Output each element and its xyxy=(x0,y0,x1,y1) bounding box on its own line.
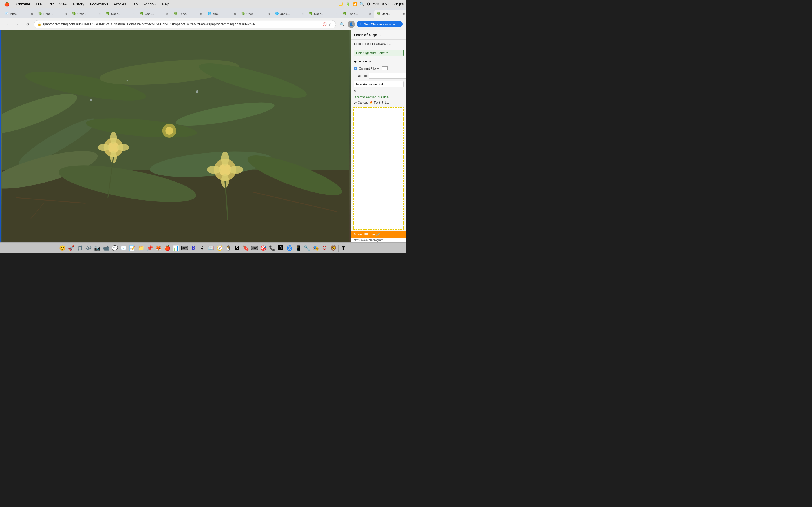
dock-messages[interactable]: 💬 xyxy=(110,244,119,252)
tab-8-favicon: 🌿 xyxy=(241,12,245,16)
content-flip-checkbox[interactable]: ✓ xyxy=(354,67,357,70)
tab-3[interactable]: 🌿 User... ✕ xyxy=(70,10,104,18)
dock-app4[interactable]: B xyxy=(189,244,198,252)
sig-icon-3[interactable]: 〜 xyxy=(363,59,367,64)
menu-file[interactable]: File xyxy=(34,1,43,7)
menu-history[interactable]: History xyxy=(71,1,86,7)
menu-profiles[interactable]: Profiles xyxy=(112,1,128,7)
svg-point-21 xyxy=(221,152,229,165)
sig-icon-2[interactable]: 〰 xyxy=(358,59,362,64)
dock-app9[interactable]: 🔧 xyxy=(303,244,311,252)
search-menu-icon[interactable]: 🔍 xyxy=(359,2,364,6)
dock-app10[interactable]: 🎭 xyxy=(312,244,320,252)
sig-icon-4[interactable]: ✧ xyxy=(368,59,371,64)
tab-7-close[interactable]: ✕ xyxy=(233,12,237,16)
profile-avatar[interactable]: 👤 xyxy=(348,20,355,28)
tab-9-close[interactable]: ✕ xyxy=(301,12,305,16)
menu-tab[interactable]: Tab xyxy=(130,1,139,7)
dock-itunes[interactable]: 🎶 xyxy=(84,244,93,252)
reload-button[interactable]: ↻ xyxy=(24,20,32,28)
flip-control[interactable] xyxy=(382,66,388,70)
dock-brave[interactable]: 🦁 xyxy=(329,244,338,252)
dock-linux[interactable]: 🐧 xyxy=(224,244,233,252)
canvas-area[interactable] xyxy=(353,107,404,230)
dock-firefox[interactable]: 🦊 xyxy=(154,244,163,252)
menu-edit[interactable]: Edit xyxy=(46,1,55,7)
to-input[interactable] xyxy=(369,73,406,78)
dock-opera[interactable]: O xyxy=(320,244,329,252)
tab-4-close[interactable]: ✕ xyxy=(132,12,135,16)
dock-app5[interactable]: 🔖 xyxy=(242,244,250,252)
dock-terminal[interactable]: ⌨ xyxy=(181,244,189,252)
tab-12-close[interactable]: ✕ xyxy=(402,12,406,16)
tab-1-close[interactable]: ✕ xyxy=(30,12,34,16)
apple-menu[interactable]: 🍎 xyxy=(2,1,11,7)
tab-11[interactable]: 🌿 Ephe... ✕ xyxy=(341,10,374,18)
update-chrome-button[interactable]: ↻ New Chrome available ⋮ xyxy=(357,21,403,27)
dock-music[interactable]: 🎵 xyxy=(75,244,84,252)
tab-8-close[interactable]: ✕ xyxy=(267,12,271,16)
wifi-icon[interactable]: 📶 xyxy=(352,2,357,6)
svg-line-33 xyxy=(30,203,44,220)
tab-3-close[interactable]: ✕ xyxy=(98,12,101,16)
dock-app1[interactable]: 📌 xyxy=(146,244,154,252)
tab-5[interactable]: 🌿 User... ✕ xyxy=(138,10,171,18)
zoom-button[interactable]: 🔍 xyxy=(338,20,346,28)
dock-app7[interactable]: 🅰 xyxy=(276,244,285,252)
forward-button[interactable]: › xyxy=(13,20,21,28)
dock-photos[interactable]: 📷 xyxy=(93,244,101,252)
dock-app6[interactable]: 🎯 xyxy=(259,244,267,252)
tab-1[interactable]: 📧 Inbox ✕ xyxy=(2,10,36,18)
new-animation-button[interactable]: New Animation Slide xyxy=(354,81,404,87)
tab-9[interactable]: 🌐 abou... ✕ xyxy=(273,10,307,18)
menu-bookmarks[interactable]: Bookmarks xyxy=(88,1,110,7)
control-center-icon[interactable]: ⚙ xyxy=(366,2,370,6)
svg-point-17 xyxy=(98,144,110,151)
url-bar[interactable]: 🔒 rjmprogramming.com.au/HTMLCSS/user_of_… xyxy=(34,20,336,29)
menu-help[interactable]: Help xyxy=(160,1,171,7)
dock-iterm[interactable]: ⌨ xyxy=(250,244,259,252)
dock-safari[interactable]: 🧭 xyxy=(215,244,224,252)
dock-filezilla[interactable]: 📁 xyxy=(137,244,145,252)
dock-app8[interactable]: 📱 xyxy=(294,244,303,252)
dock-facetime[interactable]: 📹 xyxy=(102,244,110,252)
dock-app2[interactable]: 🍎 xyxy=(163,244,171,252)
menu-window[interactable]: Window xyxy=(142,1,158,7)
tab-4[interactable]: 🌿 User... ✕ xyxy=(104,10,138,18)
hide-tracking-icon: 🚫 xyxy=(322,22,327,26)
dock-zoom[interactable]: 📞 xyxy=(268,244,276,252)
dock-launchpad[interactable]: 🚀 xyxy=(67,244,75,252)
hide-signature-button[interactable]: Hide Signature Panel ≡ xyxy=(354,50,404,56)
dock-trash[interactable]: 🗑 xyxy=(340,244,348,252)
tab-6[interactable]: 🌿 Ephe... ✕ xyxy=(171,10,205,18)
dock-app3[interactable]: 📊 xyxy=(172,244,180,252)
share-url-row[interactable]: Share URL Link 🔗 xyxy=(351,231,406,238)
menu-view[interactable]: View xyxy=(57,1,69,7)
dock-chrome[interactable]: 🌀 xyxy=(285,244,294,252)
bookmark-icon[interactable]: ☆ xyxy=(328,22,332,26)
dock-preview[interactable]: 🖼 xyxy=(233,244,241,252)
dock-finder[interactable]: 😊 xyxy=(58,244,66,252)
tab-6-close[interactable]: ✕ xyxy=(199,12,203,16)
dark-mode-icon[interactable]: 🌙 xyxy=(338,2,343,6)
tab-5-close[interactable]: ✕ xyxy=(165,12,169,16)
tab-7[interactable]: 🌐 abou ✕ xyxy=(205,10,239,18)
menu-chrome[interactable]: Chrome xyxy=(15,1,32,7)
back-button[interactable]: ‹ xyxy=(3,20,11,28)
tab-2-close[interactable]: ✕ xyxy=(64,12,68,16)
tab-8[interactable]: 🌿 User... ✕ xyxy=(239,10,273,18)
tab-2[interactable]: 🌿 Ephe... ✕ xyxy=(36,10,70,18)
dock-mail[interactable]: ✉️ xyxy=(119,244,128,252)
discrete-canvas-row[interactable]: Discrete Canvas 🖱 Click... xyxy=(351,94,406,100)
dock-podcast[interactable]: 🎙 xyxy=(198,244,206,252)
tab-11-close[interactable]: ✕ xyxy=(368,12,372,16)
svg-point-6 xyxy=(15,112,100,172)
tab-10-close[interactable]: ✕ xyxy=(335,12,338,16)
tab-12[interactable]: 🌿 User... ✕ xyxy=(374,10,406,18)
sig-icon-1[interactable]: ✦ xyxy=(354,59,357,64)
dock-notes[interactable]: 📝 xyxy=(128,244,137,252)
dock: 😊 🚀 🎵 🎶 📷 📹 💬 ✉️ 📝 📁 📌 🦊 🍎 📊 ⌨ B 🎙 📖 🧭 🐧… xyxy=(0,242,406,253)
dock-books[interactable]: 📖 xyxy=(207,244,215,252)
panel-dropzone[interactable]: Drop Zone for Canvas Af... xyxy=(351,40,406,48)
tab-10[interactable]: 🌿 User... ✕ xyxy=(307,10,341,18)
